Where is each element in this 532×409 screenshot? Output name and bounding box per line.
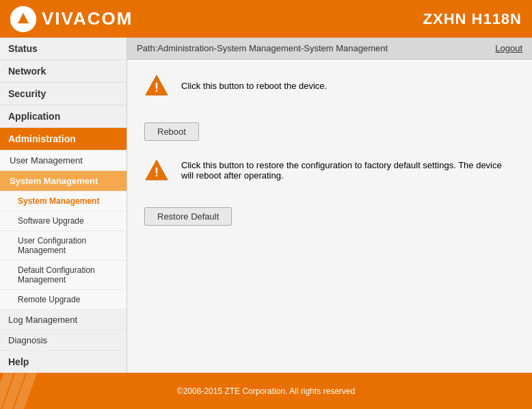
sidebar-admin-submenu: User Management System Management System… bbox=[0, 150, 127, 310]
sidebar-sub-diagnosis[interactable]: Diagnosis bbox=[0, 330, 127, 351]
footer-copyright: ©2008-2015 ZTE Corporation. All rights r… bbox=[177, 386, 355, 396]
sidebar-sub-system-management[interactable]: System Management bbox=[0, 192, 127, 211]
sidebar-item-help[interactable]: Help bbox=[0, 351, 127, 373]
logo-area: VIVACOM bbox=[10, 6, 133, 32]
reboot-block: ! Click this button to reboot the device… bbox=[144, 73, 515, 141]
svg-text:!: ! bbox=[155, 166, 159, 179]
sidebar-item-application[interactable]: Application bbox=[0, 105, 127, 128]
sidebar: Status Network Security Application Admi… bbox=[0, 38, 127, 373]
restore-warning-icon: ! bbox=[144, 158, 169, 183]
sidebar-item-security[interactable]: Security bbox=[0, 83, 127, 105]
device-name: ZXHN H118N bbox=[423, 10, 522, 28]
sidebar-sub-log-management[interactable]: Log Management bbox=[0, 310, 127, 330]
logout-link[interactable]: Logout bbox=[495, 43, 522, 53]
content: Path:Administration-System Management-Sy… bbox=[127, 38, 532, 373]
breadcrumb-path: Path:Administration-System Management-Sy… bbox=[137, 43, 388, 53]
content-body: ! Click this button to reboot the device… bbox=[127, 60, 532, 373]
reboot-button[interactable]: Reboot bbox=[144, 122, 199, 141]
header: VIVACOM ZXHN H118N bbox=[0, 0, 532, 38]
restore-block: ! Click this button to restore the confi… bbox=[144, 158, 515, 226]
main-container: Status Network Security Application Admi… bbox=[0, 38, 532, 373]
sidebar-sub-user-management[interactable]: User Management bbox=[0, 150, 127, 171]
sidebar-sub-remote-upgrade[interactable]: Remote Upgrade bbox=[0, 290, 127, 310]
restore-row: ! Click this button to restore the confi… bbox=[144, 158, 515, 183]
reboot-row: ! Click this button to reboot the device… bbox=[144, 73, 515, 98]
restore-default-button[interactable]: Restore Default bbox=[144, 207, 232, 226]
breadcrumb-bar: Path:Administration-System Management-Sy… bbox=[127, 38, 532, 60]
restore-text: Click this button to restore the configu… bbox=[181, 160, 515, 181]
sidebar-item-status[interactable]: Status bbox=[0, 38, 127, 60]
logo-text: VIVACOM bbox=[42, 8, 133, 29]
sidebar-sub-user-config[interactable]: User Configuration Management bbox=[0, 231, 127, 261]
sidebar-sub-default-config[interactable]: Default Configuration Management bbox=[0, 261, 127, 290]
footer-stripes bbox=[0, 373, 41, 409]
logo-icon bbox=[10, 6, 36, 32]
footer: ©2008-2015 ZTE Corporation. All rights r… bbox=[0, 373, 532, 409]
reboot-text: Click this button to reboot the device. bbox=[181, 81, 327, 91]
sidebar-item-network[interactable]: Network bbox=[0, 60, 127, 83]
svg-text:!: ! bbox=[155, 81, 159, 94]
reboot-warning-icon: ! bbox=[144, 73, 169, 98]
sidebar-sub-software-upgrade[interactable]: Software Upgrade bbox=[0, 211, 127, 231]
sidebar-item-administration[interactable]: Administration bbox=[0, 128, 127, 150]
sidebar-sub-system-management-group[interactable]: System Management bbox=[0, 171, 127, 192]
